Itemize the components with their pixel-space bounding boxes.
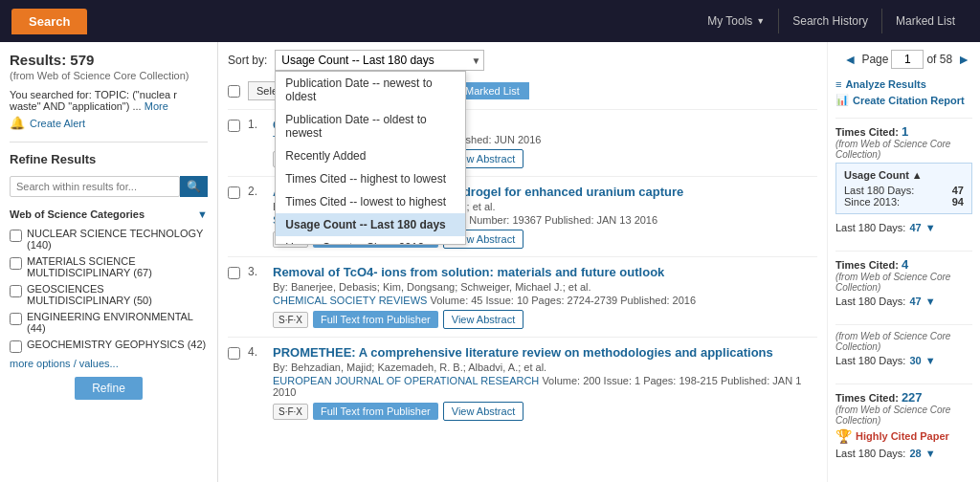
cited-source: (from Web of Science Core Collection) [835,331,972,352]
right-panel-results: Times Cited: 1(from Web of Science Core … [835,118,972,472]
category-label: NUCLEAR SCIENCE TECHNOLOGY (140) [27,228,208,251]
category-label: GEOCHEMISTRY GEOPHYSICS (42) [27,339,206,350]
more-options[interactable]: more options / values... [10,358,208,369]
sort-dropdown-menu: Publication Date -- newest to oldestPubl… [275,71,466,245]
category-checkbox[interactable] [10,340,22,353]
result-checkbox[interactable] [228,120,240,132]
results-source: (from Web of Science Core Collection) [10,70,208,81]
dropdown-option[interactable]: Times Cited -- lowest to highest [276,190,465,213]
result-authors: By: Behzadian, Majid; Kazemadeh, R. B.; … [273,362,817,373]
right-panel-result-item: (from Web of Science Core Collection) La… [835,324,972,380]
next-page-btn[interactable]: ► [955,52,972,67]
usage-180-val: 47 [952,185,964,196]
sort-bar: Sort by: Publication Date -- newest to o… [228,50,817,71]
category-checkbox[interactable] [10,257,22,270]
times-cited-count: 227 [902,390,923,405]
dropdown-option[interactable]: Publication Date -- oldest to newest [276,108,465,144]
search-within-input[interactable] [10,176,180,197]
last-180-count: 47 [909,296,921,307]
search-query-more[interactable]: More [145,100,168,112]
journal-name: CHEMICAL SOCIETY REVIEWS [273,295,427,306]
result-checkbox[interactable] [228,267,240,279]
result-authors: By: Banerjee, Debasis; Kim, Dongsang; Sc… [273,281,817,293]
prev-page-btn[interactable]: ◄ [842,52,859,67]
last-180-days: Last 180 Days: 28 ▼ [835,448,972,459]
create-alert[interactable]: 🔔 Create Alert [10,116,208,130]
result-journal: EUROPEAN JOURNAL OF OPERATIONAL RESEARCH… [273,375,817,398]
main-layout: Results: 579 (from Web of Science Core C… [0,42,980,482]
citation-report-label: Create Citation Report [853,95,965,106]
pagination: ◄ Page of 58 ► [835,50,972,69]
search-within-btn[interactable]: 🔍 [180,176,208,197]
analyze-results-btn[interactable]: ≡ Analyze Results [835,78,972,90]
create-alert-label: Create Alert [30,118,85,129]
dropdown-option[interactable]: Publication Date -- newest to oldest [276,72,465,108]
usage-count-box: Usage Count ▲ Last 180 Days: 47 Since 20… [835,163,972,214]
category-item: MATERIALS SCIENCE MULTIDISCIPLINARY (67) [10,255,208,278]
table-row: 4. PROMETHEE: A comprehensive literature… [228,337,817,428]
search-tab[interactable]: Search [11,9,87,34]
create-citation-btn[interactable]: 📊 Create Citation Report [835,94,972,106]
dropdown-option[interactable]: Usage Count -- Since 2013 [276,236,465,244]
category-item: GEOCHEMISTRY GEOPHYSICS (42) [10,339,208,353]
last-180-days: Last 180 Days: 30 ▼ [835,355,972,366]
chart-icon: ≡ [835,78,841,90]
highly-cited-badge: 🏆 Highly Cited Paper [835,428,972,444]
result-checkbox[interactable] [228,347,240,360]
right-panel-result-item: Times Cited: 227(from Web of Science Cor… [835,383,972,472]
wos-categories-label: Web of Science Categories [10,208,145,220]
category-checkbox[interactable] [10,313,22,325]
result-checkbox[interactable] [228,186,240,199]
dropdown-option[interactable]: Usage Count -- Last 180 days [276,213,465,236]
category-item: ENGINEERING ENVIRONMENTAL (44) [10,311,208,334]
page-input[interactable] [891,50,924,69]
result-checkbox-wrap [228,185,240,249]
last-180-arrow: ▼ [925,448,936,459]
expand-icon[interactable]: ▼ [197,208,208,220]
full-text-btn[interactable]: Full Text from Publisher [313,311,438,328]
cited-source: (from Web of Science Core Collection) [835,405,972,426]
result-journal: CHEMICAL SOCIETY REVIEWS Volume: 45 Issu… [273,295,817,306]
view-abstract-btn[interactable]: View Abstract [443,402,523,421]
category-label: GEOSCIENCES MULTIDISCIPLINARY (50) [27,283,208,306]
result-title[interactable]: Removal of TcO4- ions from solution: mat… [273,265,817,279]
result-buttons: S·F·X Full Text from Publisher View Abst… [273,310,817,329]
last-180-count: 30 [909,355,921,366]
my-tools-btn[interactable]: My Tools [694,9,779,33]
category-label: MATERIALS SCIENCE MULTIDISCIPLINARY (67) [27,255,208,278]
bell-icon: 🔔 [10,116,25,130]
last-180-days: Last 180 Days: 47 ▼ [835,222,972,233]
result-body: PROMETHEE: A comprehensive literature re… [273,345,817,421]
sort-select[interactable]: Publication Date -- newest to oldestPubl… [275,50,484,71]
result-title[interactable]: PROMETHEE: A comprehensive literature re… [273,345,817,360]
cited-source: (from Web of Science Core Collection) [835,272,972,293]
content-area: Sort by: Publication Date -- newest to o… [218,42,827,482]
category-checkbox[interactable] [10,285,22,297]
page-total: of 58 [926,53,952,66]
dropdown-option[interactable]: Recently Added [276,144,465,167]
sfx-btn[interactable]: S·F·X [273,312,308,328]
refine-button[interactable]: Refine [75,377,143,400]
usage-row-2013: Since 2013: 94 [844,196,964,208]
result-num: 3. [248,265,265,329]
category-item: GEOSCIENCES MULTIDISCIPLINARY (50) [10,283,208,306]
last-180-arrow: ▼ [925,355,936,366]
search-history-btn[interactable]: Search History [779,9,882,33]
marked-list-btn[interactable]: Marked List [882,9,969,33]
last-180-arrow: ▼ [925,296,936,307]
trophy-icon: 🏆 [835,428,852,444]
category-checkbox[interactable] [10,230,22,242]
category-label: ENGINEERING ENVIRONMENTAL (44) [27,311,208,334]
view-abstract-btn[interactable]: View Abstract [443,310,523,329]
times-cited-label: Times Cited: 227 [835,390,972,405]
times-cited-count: 1 [902,124,908,139]
sfx-btn[interactable]: S·F·X [273,404,308,420]
select-all-checkbox[interactable] [228,85,240,98]
up-icon: ▲ [912,169,923,181]
categories-list: NUCLEAR SCIENCE TECHNOLOGY (140)MATERIAL… [10,228,208,353]
usage-count-title: Usage Count ▲ [844,169,964,181]
dropdown-option[interactable]: Times Cited -- highest to lowest [276,167,465,190]
full-text-btn[interactable]: Full Text from Publisher [313,403,438,420]
result-body: Removal of TcO4- ions from solution: mat… [273,265,817,329]
header-right: My Tools Search History Marked List [694,9,969,33]
